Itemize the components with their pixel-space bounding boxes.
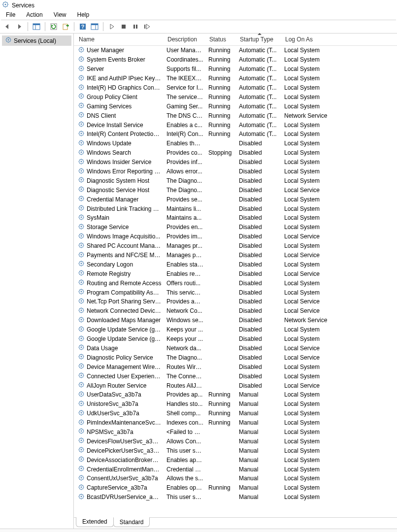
service-row[interactable]: Gaming ServicesGaming Ser...RunningAutom… <box>76 101 397 111</box>
service-row[interactable]: Storage ServiceProvides en...DisabledLoc… <box>76 223 397 232</box>
service-row[interactable]: Intel(R) HD Graphics Contro...Service fo… <box>76 83 397 93</box>
service-row[interactable]: Windows Insider ServiceProvides inf...Di… <box>76 158 397 167</box>
service-row[interactable]: AllJoyn Router ServiceRoutes AllJo...Dis… <box>76 381 397 390</box>
svg-line-311 <box>83 302 83 303</box>
svg-line-381 <box>83 367 83 368</box>
service-row[interactable]: PimIndexMaintenanceSvc_...Indexes con...… <box>76 418 397 428</box>
service-row[interactable]: DNS ClientThe DNS Cli...RunningAutomatic… <box>76 111 397 120</box>
service-row[interactable]: UdkUserSvc_a3b7aShell comp...RunningManu… <box>76 409 397 418</box>
menu-file[interactable]: File <box>1 11 20 19</box>
svg-line-150 <box>79 150 80 151</box>
svg-line-490 <box>79 466 80 467</box>
tab-extended[interactable]: Extended <box>76 517 114 527</box>
service-row[interactable]: Shared PC Account ManagerManages pr...Di… <box>76 241 397 251</box>
start-service-button[interactable] <box>106 21 117 32</box>
svg-line-110 <box>79 113 80 113</box>
service-row[interactable]: Device Management Wirele...Routes Wire..… <box>76 362 397 371</box>
svg-point-355 <box>81 347 82 348</box>
service-row[interactable]: Routing and Remote AccessOffers routi...… <box>76 278 397 288</box>
service-row[interactable]: Windows UpdateEnables the ...DisabledLoc… <box>76 139 397 148</box>
service-row[interactable]: Google Update Service (gup...Keeps your … <box>76 325 397 334</box>
stop-service-button[interactable] <box>118 21 129 32</box>
service-row[interactable]: DeviceAssociationBrokerSv...Enables app.… <box>76 455 397 465</box>
service-row[interactable]: ConsentUxUserSvc_a3b7aAllows the s...Man… <box>76 474 397 483</box>
service-row[interactable]: Windows Image Acquisitio...Provides im..… <box>76 232 397 241</box>
service-row[interactable]: System Events BrokerCoordinates...Runnin… <box>76 55 397 65</box>
service-row[interactable]: Diagnostic Policy ServiceThe Diagno...Di… <box>76 353 397 362</box>
service-row[interactable]: Net.Tcp Port Sharing ServiceProvides abi… <box>76 297 397 306</box>
service-description: Enables star... <box>165 261 206 268</box>
service-row[interactable]: Payments and NFC/SE Man...Manages pa...D… <box>76 251 397 260</box>
service-row[interactable]: IKE and AuthIP IPsec Keying...The IKEEXT… <box>76 74 397 83</box>
service-row[interactable]: DevicesFlowUserSvc_a3b7aAllows Con...Man… <box>76 436 397 446</box>
svg-point-35 <box>81 49 82 51</box>
svg-line-302 <box>79 293 80 294</box>
service-row[interactable]: Credential ManagerProvides se...Disabled… <box>76 195 397 204</box>
column-header-startup-type[interactable]: Startup Type <box>237 33 282 45</box>
column-header-status[interactable]: Status <box>206 33 237 45</box>
svg-line-151 <box>83 154 83 154</box>
service-row[interactable]: Windows Error Reporting Se...Allows erro… <box>76 167 397 176</box>
service-description: Handles sto... <box>165 400 206 407</box>
service-log-on-as: Network Service <box>282 112 356 119</box>
service-row[interactable]: SysMainMaintains a...DisabledLocal Syste… <box>76 213 397 223</box>
service-log-on-as: Local System <box>282 494 356 500</box>
svg-point-95 <box>81 105 82 106</box>
back-button[interactable] <box>2 21 13 32</box>
svg-line-510 <box>79 485 80 486</box>
export-list-button[interactable] <box>60 21 71 32</box>
service-row[interactable]: CredentialEnrollmentMana...Credential E.… <box>76 465 397 474</box>
service-row[interactable]: Intel(R) Content Protection ...Intel(R) … <box>76 130 397 139</box>
service-row[interactable]: Program Compatibility Assi...This servic… <box>76 288 397 297</box>
svg-line-501 <box>83 479 83 480</box>
service-row[interactable]: Windows SearchProvides co...StoppingDisa… <box>76 148 397 158</box>
service-row[interactable]: Network Connected Device...Network Co...… <box>76 306 397 316</box>
service-name: ConsentUxUserSvc_a3b7a <box>87 475 158 482</box>
service-row[interactable]: ServerSupports fil...RunningAutomatic (T… <box>76 65 397 74</box>
service-row[interactable]: CaptureService_a3b7aEnables opti...Runni… <box>76 483 397 493</box>
service-row[interactable]: UnistoreSvc_a3b7aHandles sto...RunningMa… <box>76 399 397 409</box>
service-row[interactable]: Group Policy ClientThe service i...Runni… <box>76 92 397 101</box>
help-button[interactable]: ? <box>77 21 88 32</box>
service-log-on-as: Local System <box>282 429 356 435</box>
service-row[interactable]: Remote RegistryEnables rem...DisabledLoc… <box>76 269 397 278</box>
service-row[interactable]: BcastDVRUserService_a3b7aThis user ser..… <box>76 493 397 502</box>
menu-view[interactable]: View <box>49 11 71 19</box>
gear-icon <box>78 409 85 418</box>
show-hide-tree-button[interactable] <box>31 21 42 32</box>
service-row[interactable]: Distributed Link Tracking Cli...Maintain… <box>76 204 397 213</box>
service-row[interactable]: Google Update Service (gup...Keeps your … <box>76 334 397 344</box>
service-row[interactable]: DevicePickerUserSvc_a3b7aThis user ser..… <box>76 446 397 455</box>
show-hide-action-pane-button[interactable] <box>89 21 100 32</box>
service-row[interactable]: Data UsageNetwork da...DisabledLocal Ser… <box>76 344 397 353</box>
list-pane: Name Description Status Startup Type Log… <box>74 33 397 529</box>
service-startup-type: Disabled <box>237 307 282 314</box>
column-header-name[interactable]: Name <box>76 33 165 45</box>
service-row[interactable]: Diagnostic System HostThe Diagno...Disab… <box>76 176 397 185</box>
refresh-button[interactable] <box>48 21 59 32</box>
service-row[interactable]: Secondary LogonEnables star...DisabledLo… <box>76 260 397 269</box>
service-log-on-as: Network Service <box>282 317 356 324</box>
service-row[interactable]: Device Install ServiceEnables a c...Runn… <box>76 120 397 130</box>
restart-service-button[interactable] <box>142 21 153 32</box>
svg-line-62 <box>79 70 80 70</box>
forward-button[interactable] <box>14 21 25 32</box>
service-row[interactable]: Connected User Experience...The Connec..… <box>76 371 397 381</box>
tree-root-services-local[interactable]: Services (Local) <box>2 35 71 46</box>
service-description: Supports fil... <box>165 66 206 72</box>
service-row[interactable]: Downloaded Maps ManagerWindows se...Disa… <box>76 316 397 325</box>
pause-service-button[interactable] <box>130 21 141 32</box>
column-header-description[interactable]: Description <box>165 33 206 45</box>
menu-action[interactable]: Action <box>21 11 47 19</box>
service-row[interactable]: NPSMSvc_a3b7a<Failed to R...ManualLocal … <box>76 428 397 437</box>
service-row[interactable]: User ManagerUser Manag...RunningAutomati… <box>76 46 397 55</box>
service-row[interactable]: Diagnostic Service HostThe Diagno...Disa… <box>76 185 397 195</box>
tab-standard[interactable]: Standard <box>113 517 150 527</box>
service-description: The service i... <box>165 94 206 100</box>
menu-help[interactable]: Help <box>72 11 95 19</box>
column-header-startup-label: Startup Type <box>240 36 273 43</box>
service-startup-type: Disabled <box>237 187 282 194</box>
service-description: Provides im... <box>165 233 206 240</box>
column-header-log-on-as[interactable]: Log On As <box>282 33 356 45</box>
service-row[interactable]: UserDataSvc_a3b7aProvides ap...RunningMa… <box>76 390 397 399</box>
